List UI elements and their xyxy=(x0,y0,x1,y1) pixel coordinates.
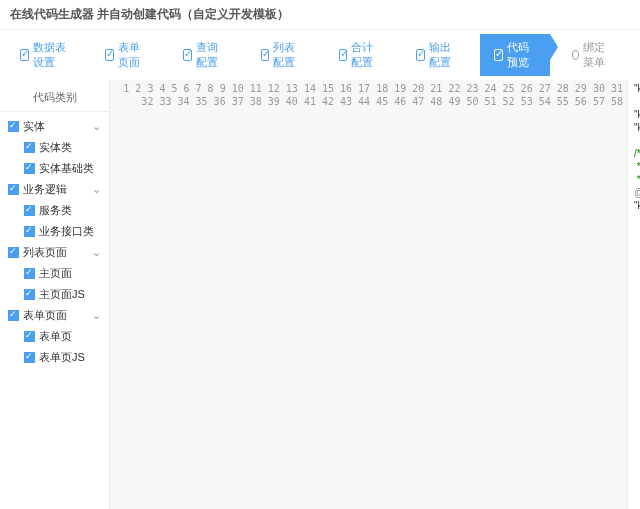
tree-label: 实体类 xyxy=(39,140,72,155)
tab-label: 绑定菜单 xyxy=(583,40,612,70)
tab-label: 数据表设置 xyxy=(33,40,70,70)
tab-2[interactable]: 查询配置 xyxy=(169,34,239,76)
tree-label: 业务接口类 xyxy=(39,224,94,239)
tree-item-3-0[interactable]: 表单页 xyxy=(4,326,105,347)
check-icon xyxy=(105,49,114,61)
chevron-down-icon: ⌄ xyxy=(92,309,101,322)
code-editor[interactable]: 1 2 3 4 5 6 7 8 9 10 11 12 13 14 15 16 1… xyxy=(110,80,640,509)
checkbox-icon[interactable] xyxy=(24,205,35,216)
tree-label: 表单页 xyxy=(39,329,72,344)
tree-item-1-1[interactable]: 业务接口类 xyxy=(4,221,105,242)
check-icon xyxy=(183,49,192,61)
tab-label: 合计配置 xyxy=(351,40,380,70)
tab-label: 表单页面 xyxy=(118,40,147,70)
tree-group-3[interactable]: 表单页面⌄ xyxy=(4,305,105,326)
check-icon xyxy=(261,49,270,61)
line-gutter: 1 2 3 4 5 6 7 8 9 10 11 12 13 14 15 16 1… xyxy=(110,80,628,509)
checkbox-icon[interactable] xyxy=(24,142,35,153)
wizard-tabs: 数据表设置表单页面查询配置列表配置合计配置输出配置代码预览绑定菜单 xyxy=(0,30,640,80)
chevron-down-icon: ⌄ xyxy=(92,183,101,196)
checkbox-icon[interactable] xyxy=(8,247,19,258)
tab-label: 代码预览 xyxy=(507,40,536,70)
tree-item-1-0[interactable]: 服务类 xyxy=(4,200,105,221)
tab-label: 查询配置 xyxy=(196,40,225,70)
tree-group-2[interactable]: 列表页面⌄ xyxy=(4,242,105,263)
tab-4[interactable]: 合计配置 xyxy=(325,34,395,76)
tree-label: 列表页面 xyxy=(23,245,67,260)
tree-group-1[interactable]: 业务逻辑⌄ xyxy=(4,179,105,200)
tree-item-2-1[interactable]: 主页面JS xyxy=(4,284,105,305)
tree-label: 主页面 xyxy=(39,266,72,281)
check-icon xyxy=(494,49,503,61)
tab-1[interactable]: 表单页面 xyxy=(91,34,161,76)
check-icon xyxy=(416,49,425,61)
tree-label: 业务逻辑 xyxy=(23,182,67,197)
page-title: 在线代码生成器 并自动创建代码（自定义开发模板） xyxy=(0,0,640,30)
checkbox-icon[interactable] xyxy=(24,268,35,279)
check-icon xyxy=(339,49,348,61)
tree-label: 实体基础类 xyxy=(39,161,94,176)
tree-item-0-0[interactable]: 实体类 xyxy=(4,137,105,158)
tree-label: 表单页面 xyxy=(23,308,67,323)
check-icon xyxy=(20,49,29,61)
code-content[interactable]: "kw">package com.xjr.mvc.model.customer.… xyxy=(628,80,640,509)
tree-item-0-1[interactable]: 实体基础类 xyxy=(4,158,105,179)
tree-group-0[interactable]: 实体⌄ xyxy=(4,116,105,137)
sidebar-title: 代码类别 xyxy=(0,84,109,112)
sidebar: 代码类别 实体⌄实体类实体基础类业务逻辑⌄服务类业务接口类列表页面⌄主页面主页面… xyxy=(0,80,110,509)
checkbox-icon[interactable] xyxy=(8,184,19,195)
tree-item-2-0[interactable]: 主页面 xyxy=(4,263,105,284)
tab-3[interactable]: 列表配置 xyxy=(247,34,317,76)
tab-6[interactable]: 代码预览 xyxy=(480,34,550,76)
checkbox-icon[interactable] xyxy=(24,163,35,174)
tab-label: 列表配置 xyxy=(273,40,302,70)
chevron-down-icon: ⌄ xyxy=(92,120,101,133)
checkbox-icon[interactable] xyxy=(24,352,35,363)
checkbox-icon[interactable] xyxy=(8,121,19,132)
tree-label: 主页面JS xyxy=(39,287,85,302)
tab-label: 输出配置 xyxy=(429,40,458,70)
tab-0[interactable]: 数据表设置 xyxy=(6,34,83,76)
checkbox-icon[interactable] xyxy=(8,310,19,321)
tab-5[interactable]: 输出配置 xyxy=(402,34,472,76)
tree-item-3-1[interactable]: 表单页JS xyxy=(4,347,105,368)
tree-label: 实体 xyxy=(23,119,45,134)
checkbox-icon[interactable] xyxy=(24,289,35,300)
chevron-down-icon: ⌄ xyxy=(92,246,101,259)
checkbox-icon[interactable] xyxy=(24,331,35,342)
tree-label: 服务类 xyxy=(39,203,72,218)
circle-icon xyxy=(572,50,579,60)
tree-label: 表单页JS xyxy=(39,350,85,365)
checkbox-icon[interactable] xyxy=(24,226,35,237)
tab-7[interactable]: 绑定菜单 xyxy=(558,34,626,76)
